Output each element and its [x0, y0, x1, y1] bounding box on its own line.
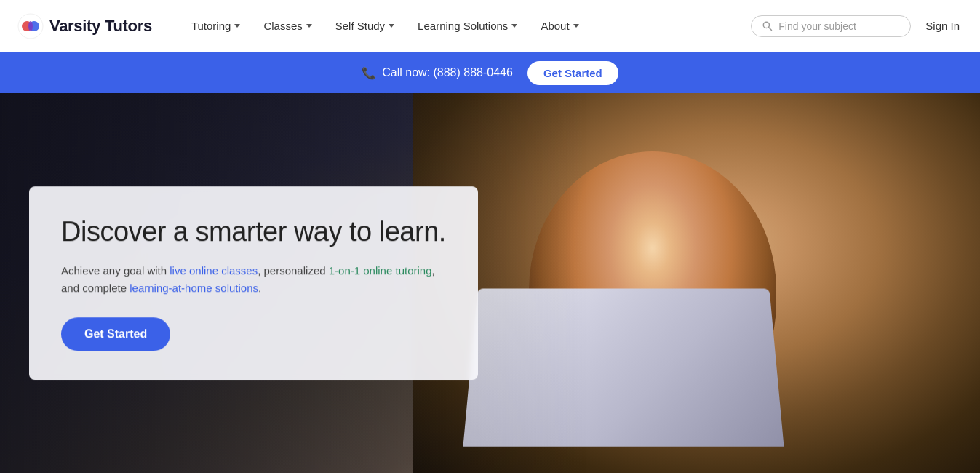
svg-line-5	[769, 27, 772, 30]
search-box[interactable]	[751, 15, 911, 37]
svg-point-3	[28, 21, 33, 31]
hero-content-card: Discover a smarter way to learn. Achieve…	[29, 186, 478, 380]
hero-subtitle-part1: Achieve any goal with	[61, 264, 170, 277]
hero-subtitle: Achieve any goal with live online classe…	[61, 262, 446, 297]
hero-link-tutoring[interactable]: 1-on-1 online tutoring	[329, 264, 432, 277]
nav-item-classes[interactable]: Classes	[253, 14, 322, 38]
chevron-down-icon	[306, 24, 312, 28]
nav-learning-solutions-label: Learning Solutions	[418, 20, 508, 32]
sign-in-button[interactable]: Sign In	[923, 14, 963, 38]
chevron-down-icon	[573, 24, 579, 28]
nav-item-learning-solutions[interactable]: Learning Solutions	[407, 14, 527, 38]
phone-icon: 📞	[362, 66, 376, 80]
hero-subtitle-part4: .	[258, 282, 261, 294]
nav-item-about[interactable]: About	[530, 14, 589, 38]
hero-section: Discover a smarter way to learn. Achieve…	[0, 93, 980, 473]
banner-get-started-button[interactable]: Get Started	[527, 61, 618, 85]
nav-item-self-study[interactable]: Self Study	[325, 14, 405, 38]
hero-link-classes[interactable]: live online classes	[170, 264, 258, 277]
banner-call-text: 📞 Call now: (888) 888-0446	[362, 66, 513, 80]
nav-self-study-label: Self Study	[335, 20, 385, 32]
nav-right: Sign In	[751, 14, 963, 38]
varsity-tutors-logo-icon	[17, 13, 44, 39]
nav-classes-label: Classes	[263, 20, 302, 32]
search-icon	[762, 20, 773, 31]
logo-link[interactable]: Varsity Tutors	[17, 13, 152, 39]
hero-subtitle-part2: , personalized	[258, 264, 329, 277]
nav-item-tutoring[interactable]: Tutoring	[181, 14, 250, 38]
hero-link-solutions[interactable]: learning-at-home solutions	[130, 282, 258, 294]
call-number: Call now: (888) 888-0446	[382, 66, 513, 79]
logo-text: Varsity Tutors	[49, 17, 152, 36]
chevron-down-icon	[389, 24, 394, 28]
hero-title: Discover a smarter way to learn.	[61, 215, 446, 249]
nav-links: Tutoring Classes Self Study Learning Sol…	[181, 14, 751, 38]
chevron-down-icon	[511, 24, 517, 28]
search-input[interactable]	[778, 20, 900, 32]
nav-about-label: About	[541, 20, 569, 32]
navbar: Varsity Tutors Tutoring Classes Self Stu…	[0, 0, 980, 52]
hero-get-started-button[interactable]: Get Started	[61, 317, 170, 351]
nav-tutoring-label: Tutoring	[191, 20, 231, 32]
call-banner: 📞 Call now: (888) 888-0446 Get Started	[0, 52, 980, 93]
chevron-down-icon	[234, 24, 240, 28]
